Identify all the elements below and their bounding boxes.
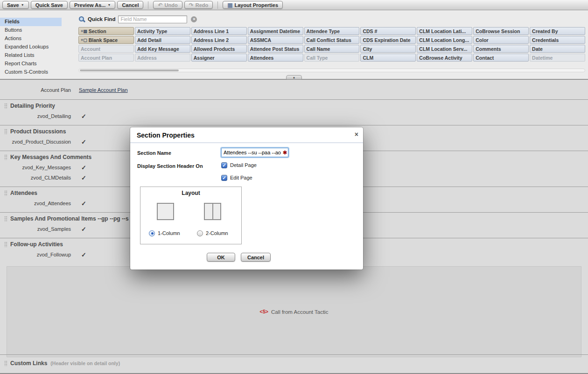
palette-item[interactable]: Call Conflict Status — [304, 36, 360, 44]
toolbar-separator — [148, 1, 148, 9]
drag-handle-icon[interactable] — [4, 216, 7, 222]
detail-page-option[interactable]: ✓ Detail Page — [221, 162, 257, 168]
palette-item[interactable]: Address Line 2 — [191, 36, 247, 44]
save-button[interactable]: Save▼ — [2, 1, 29, 9]
chevron-down-icon: ▼ — [21, 3, 24, 7]
palette-item[interactable]: Activity Type — [135, 27, 190, 35]
s-control-icon: <S> — [260, 309, 268, 314]
scrollbar-thumb[interactable] — [80, 69, 179, 71]
account-plan-link[interactable]: Sample Account Plan — [79, 87, 128, 93]
palette-item[interactable]: ASSMCA — [248, 36, 303, 44]
drag-handle-icon[interactable] — [4, 129, 7, 134]
add-blank-space-icon: +▢ — [81, 38, 87, 42]
two-column-label: 2-Column — [206, 230, 228, 236]
palette-item[interactable]: Address Line 1 — [191, 27, 247, 35]
palette-item[interactable]: Add Key Message — [135, 45, 190, 53]
section-name-input[interactable] — [221, 148, 288, 157]
palette-main: Quick Find × +▤Section Activity Type Add… — [78, 15, 585, 72]
close-icon[interactable]: × — [355, 131, 358, 138]
section-note: (Header visible on detail only) — [50, 360, 120, 366]
quick-find-input[interactable] — [118, 15, 187, 23]
drag-handle-icon[interactable] — [4, 103, 7, 109]
quick-find-label: Quick Find — [88, 16, 115, 22]
palette-item[interactable]: Attendees — [248, 54, 303, 62]
edit-page-label: Edit Page — [230, 175, 252, 180]
palette-item-label: Call Type — [307, 55, 328, 61]
drag-handle-icon[interactable] — [4, 154, 7, 160]
palette-item-section[interactable]: +▤Section — [78, 27, 134, 35]
palette-item[interactable]: Attendee Post Status — [248, 45, 303, 53]
palette-item[interactable]: CLM Location Lati... — [417, 27, 472, 35]
one-column-option[interactable]: 1-Column — [149, 230, 180, 236]
drag-handle-icon[interactable] — [4, 360, 7, 366]
palette-item-label: Attendee Post Status — [250, 46, 300, 52]
layout-field-row[interactable]: zvod_Detailing ✓ — [0, 111, 588, 121]
sidebar-item-related-lists[interactable]: Related Lists — [0, 51, 62, 60]
section-header[interactable]: Detailing Priority — [0, 100, 588, 111]
palette-item[interactable]: Contact — [473, 54, 529, 62]
cancel-button[interactable]: Cancel — [241, 253, 271, 262]
two-column-option[interactable]: 2-Column — [197, 230, 228, 236]
clear-search-icon[interactable]: × — [191, 16, 197, 22]
palette-item[interactable]: Assignment Datetime — [248, 27, 303, 35]
section-header[interactable]: Custom Links (Header visible on detail o… — [0, 357, 588, 368]
radio-two-column[interactable] — [197, 230, 203, 236]
checkbox-edit-page[interactable]: ✓ — [221, 175, 227, 181]
layout-editor-screen: Save▼ Quick Save Preview As...▼ Cancel ↶… — [0, 0, 588, 374]
palette-item[interactable]: CoBrowse Activity — [417, 54, 472, 62]
redo-label: Redo — [196, 2, 209, 8]
sidebar-item-report-charts[interactable]: Report Charts — [0, 60, 62, 68]
palette-collapse-tab[interactable]: ▲ — [286, 75, 302, 79]
palette-item-label: Address Line 1 — [194, 28, 229, 34]
preview-as-button[interactable]: Preview As...▼ — [70, 1, 115, 9]
s-control-item[interactable]: <S> Call from Account Tactic — [260, 309, 329, 315]
checkbox-field-icon: ✓ — [81, 164, 86, 171]
sidebar-item-buttons[interactable]: Buttons — [0, 26, 62, 35]
save-label: Save — [7, 2, 19, 8]
palette-item[interactable]: CoBrowse Session — [473, 27, 529, 35]
palette-item[interactable]: Call Name — [304, 45, 360, 53]
quick-find-bar: Quick Find × — [78, 15, 585, 23]
palette-item[interactable]: City — [360, 45, 416, 53]
palette-item[interactable]: Assigner — [191, 54, 247, 62]
palette-horizontal-scrollbar[interactable] — [78, 69, 585, 72]
palette-item[interactable]: Color — [473, 36, 529, 44]
sidebar-item-actions[interactable]: Actions — [0, 35, 62, 43]
s-control-label: Call from Account Tactic — [271, 309, 329, 315]
sidebar-item-custom-s-controls[interactable]: Custom S-Controls — [0, 68, 62, 76]
palette-item[interactable]: CLM Location Serv... — [417, 45, 472, 53]
palette-item[interactable]: CDS Expiration Date — [360, 36, 416, 44]
palette-item[interactable]: Credentials — [530, 36, 585, 44]
palette-item-blank-space[interactable]: +▢Blank Space — [78, 36, 134, 44]
palette-item-label: Assigner — [194, 55, 215, 61]
palette-item-label: Date — [532, 46, 543, 52]
sidebar-item-fields[interactable]: Fields — [0, 18, 62, 26]
section-title: Detailing Priority — [10, 103, 55, 109]
radio-one-column[interactable] — [149, 230, 155, 236]
drag-handle-icon[interactable] — [4, 190, 7, 196]
edit-page-option[interactable]: ✓ Edit Page — [221, 174, 252, 181]
layout-properties-button[interactable]: ▦Layout Properties — [223, 1, 283, 9]
account-plan-row[interactable]: Account Plan Sample Account Plan — [0, 80, 588, 99]
palette-item-label: Color — [476, 37, 488, 43]
cancel-button[interactable]: Cancel — [117, 1, 143, 9]
palette-item[interactable]: CLM Location Long... — [417, 36, 472, 44]
section-custom-links: Custom Links (Header visible on detail o… — [0, 354, 588, 373]
quick-save-button[interactable]: Quick Save — [31, 1, 68, 9]
palette-item-label: Call Conflict Status — [307, 37, 351, 43]
sidebar-item-expanded-lookups[interactable]: Expanded Lookups — [0, 43, 62, 51]
layout-properties-label: Layout Properties — [235, 2, 279, 8]
palette-item[interactable]: Add Detail — [135, 36, 190, 44]
checkbox-field-icon: ✓ — [81, 139, 86, 145]
palette-item[interactable]: Created By — [530, 27, 585, 35]
palette-item[interactable]: Comments — [473, 45, 529, 53]
checkbox-field-icon: ✓ — [81, 200, 86, 207]
checkbox-detail-page[interactable]: ✓ — [221, 162, 227, 168]
ok-button[interactable]: OK — [207, 253, 235, 262]
palette-item[interactable]: CLM — [360, 54, 416, 62]
palette-item[interactable]: Allowed Products — [191, 45, 247, 53]
palette-item[interactable]: Date — [530, 45, 585, 53]
palette-item[interactable]: CDS # — [360, 27, 416, 35]
drag-handle-icon[interactable] — [4, 242, 7, 247]
palette-item[interactable]: Attendee Type — [304, 27, 360, 35]
